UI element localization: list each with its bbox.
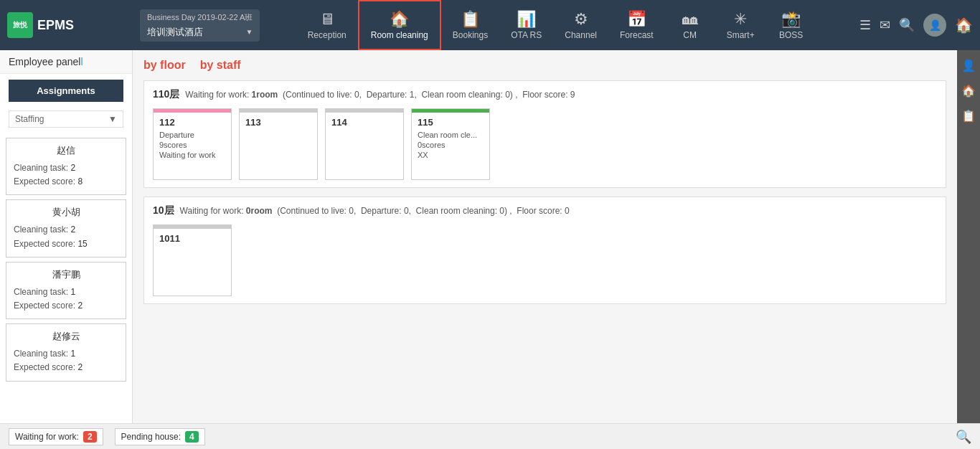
user-avatar[interactable]: 👤: [923, 14, 946, 37]
logo-area: 旅悦 EPMS: [7, 12, 140, 38]
view-tabs: by floor by staff: [143, 57, 946, 73]
nav-items: 🖥Reception🏠Room cleaning📋Bookings📊OTA RS…: [260, 0, 852, 50]
search-camera-icon[interactable]: 🔍: [956, 429, 971, 445]
nav-label-smart-plus: Smart+: [727, 30, 755, 40]
nav-label-boss: BOSS: [779, 30, 803, 40]
room-card-0-3[interactable]: 115 Clean room cle... 0scores XX: [411, 108, 490, 180]
search-icon[interactable]: 🔍: [899, 17, 915, 33]
nav-item-boss[interactable]: 📸BOSS: [766, 0, 816, 50]
room-number-0-1: 113: [245, 117, 311, 128]
nav-label-forecast: Forecast: [620, 30, 654, 40]
business-day: Business Day 2019-02-22 A班: [147, 12, 253, 23]
nav-icon-ota-rs: 📊: [517, 10, 536, 29]
room-type-0-0: Departure: [159, 131, 225, 139]
nav-icon-cm: 🏘: [682, 10, 698, 29]
dropdown-arrow-icon: ▼: [245, 28, 253, 36]
pending-house-count: 4: [185, 431, 199, 443]
nav-label-cm: CM: [683, 30, 697, 40]
tab-by-floor[interactable]: by floor: [143, 57, 186, 73]
room-card-body-0-3: 115 Clean room cle... 0scores XX: [412, 113, 489, 164]
staffing-label: Staffing: [15, 114, 44, 124]
room-card-body-0-0: 112 Departure 9scores Waiting for work: [154, 113, 231, 164]
right-panel-list-icon[interactable]: 📋: [958, 106, 979, 126]
content-area: by floor by staff 110层 Waiting for work:…: [133, 50, 957, 423]
room-number-1-0: 1011: [159, 233, 225, 244]
nav-icon-room-cleaning: 🏠: [390, 10, 409, 29]
floors-container: 110层 Waiting for work: 1room (Continued …: [143, 80, 946, 304]
nav-item-channel[interactable]: ⚙Channel: [553, 0, 608, 50]
nav-icon-reception: 🖥: [319, 10, 335, 29]
cleaning-task-value-0: 2: [70, 163, 75, 173]
pending-house-label: Pending house:: [121, 432, 181, 442]
top-navigation: 旅悦 EPMS Business Day 2019-02-22 A班 培训测试酒…: [0, 0, 980, 50]
staff-info-1: Cleaning task: 2 Expected score: 15: [14, 223, 118, 250]
floor-label-0: 110层: [153, 88, 179, 101]
staff-info-3: Cleaning task: 1 Expected score: 2: [14, 347, 118, 374]
nav-item-room-cleaning[interactable]: 🏠Room cleaning: [358, 0, 441, 50]
cleaning-task-value-1: 2: [70, 225, 75, 235]
pending-house-badge: Pending house: 4: [115, 428, 205, 445]
bottom-right-icons[interactable]: 🔍: [956, 429, 971, 445]
nav-icon-channel: ⚙: [574, 10, 588, 29]
logo-icon-text: 旅悦: [13, 20, 27, 30]
nav-icon-boss: 📸: [781, 10, 801, 29]
nav-icon-forecast: 📅: [627, 10, 646, 29]
room-card-0-2[interactable]: 114: [325, 108, 404, 180]
sidebar-header: Employee panell: [0, 50, 132, 74]
nav-label-channel: Channel: [565, 30, 597, 40]
sidebar-header-accent: l: [80, 56, 83, 67]
nav-item-bookings[interactable]: 📋Bookings: [441, 0, 499, 50]
hotel-selector[interactable]: Business Day 2019-02-22 A班 培训测试酒店 ▼: [140, 9, 260, 42]
staff-card-1: 黄小胡 Cleaning task: 2 Expected score: 15: [6, 199, 126, 257]
staff-card-3: 赵修云 Cleaning task: 1 Expected score: 2: [6, 323, 126, 381]
room-type-0-3: Clean room cle...: [418, 131, 484, 139]
assignments-button[interactable]: Assignments: [9, 80, 123, 102]
rooms-grid-0: 112 Departure 9scores Waiting for work 1…: [153, 108, 937, 180]
staff-list: 赵信 Cleaning task: 2 Expected score: 8 黄小…: [0, 133, 132, 423]
floor-label-1: 10层: [153, 204, 174, 217]
floor-stats-0: Waiting for work: 1room (Continued to li…: [185, 90, 575, 100]
nav-item-ota-rs[interactable]: 📊OTA RS: [499, 0, 553, 50]
nav-label-ota-rs: OTA RS: [511, 30, 542, 40]
main-layout: Employee panell Assignments Staffing ▼ 赵…: [0, 50, 980, 423]
staff-name-0: 赵信: [14, 144, 118, 157]
room-number-0-3: 115: [418, 117, 484, 128]
cleaning-task-value-3: 1: [70, 349, 75, 359]
floor-section-1: 10层 Waiting for work: 0room (Continued t…: [143, 197, 946, 304]
logo-text: EPMS: [37, 18, 74, 33]
waiting-for-work-count: 2: [83, 431, 97, 443]
room-number-0-2: 114: [331, 117, 397, 128]
nav-item-cm[interactable]: 🏘CM: [665, 0, 715, 50]
bottom-bar: Waiting for work: 2 Pending house: 4 🔍: [0, 423, 980, 449]
rooms-grid-1: 1011: [153, 225, 937, 296]
nav-right: ☰ ✉ 🔍 👤 🏠: [859, 14, 973, 37]
nav-icon-smart-plus: ✳: [734, 10, 747, 29]
nav-item-smart-plus[interactable]: ✳Smart+: [715, 0, 766, 50]
mail-icon[interactable]: ✉: [880, 17, 890, 33]
expected-score-value-3: 2: [77, 362, 83, 372]
staffing-dropdown[interactable]: Staffing ▼: [9, 110, 123, 128]
staff-name-2: 潘宇鹏: [14, 268, 118, 281]
floor-section-0: 110层 Waiting for work: 1room (Continued …: [143, 80, 946, 188]
tab-by-staff[interactable]: by staff: [200, 57, 241, 73]
staff-name-3: 赵修云: [14, 330, 118, 343]
room-card-1-0[interactable]: 1011: [153, 225, 232, 296]
staff-card-0: 赵信 Cleaning task: 2 Expected score: 8: [6, 138, 126, 195]
right-panel-home-icon[interactable]: 🏠: [958, 81, 979, 100]
nav-item-forecast[interactable]: 📅Forecast: [608, 0, 665, 50]
home-icon[interactable]: 🏠: [955, 16, 973, 34]
room-status-0-3: XX: [418, 151, 484, 159]
room-card-0-1[interactable]: 113: [239, 108, 318, 180]
waiting-for-work-label: Waiting for work:: [15, 432, 79, 442]
hamburger-icon[interactable]: ☰: [859, 17, 871, 33]
nav-label-reception: Reception: [308, 30, 347, 40]
expected-score-value-0: 8: [77, 176, 83, 186]
room-card-0-0[interactable]: 112 Departure 9scores Waiting for work: [153, 108, 232, 180]
room-score-0-3: 0scores: [418, 141, 484, 149]
room-status-0-0: Waiting for work: [159, 151, 225, 159]
cleaning-task-value-2: 1: [70, 287, 75, 297]
right-panel-person-icon[interactable]: 👤: [958, 56, 979, 75]
logo-icon: 旅悦: [7, 12, 33, 38]
staff-info-0: Cleaning task: 2 Expected score: 8: [14, 161, 118, 189]
nav-item-reception[interactable]: 🖥Reception: [296, 0, 358, 50]
